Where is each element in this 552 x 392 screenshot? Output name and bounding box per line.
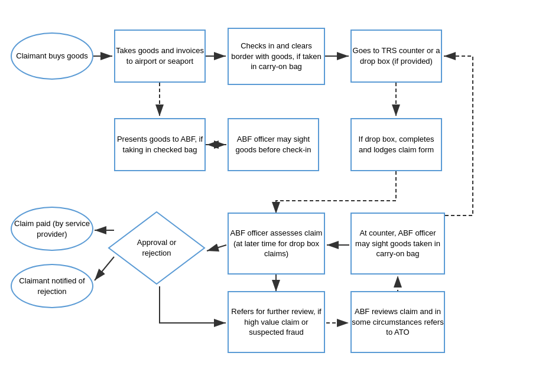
node-claimant-buys: Claimant buys goods [11, 32, 93, 80]
node-counter-abf: At counter, ABF officer may sight goods … [350, 213, 445, 275]
node-drop-box: If drop box, completes and lodges claim … [350, 118, 442, 171]
node-abf-assesses: ABF officer assesses claim (at later tim… [228, 213, 325, 275]
node-presents-goods: Presents goods to ABF, if taking in chec… [114, 118, 206, 171]
node-refers-further: Refers for further review, if high value… [228, 291, 325, 353]
node-abf-sight: ABF officer may sight goods before check… [228, 118, 319, 171]
node-abf-reviews: ABF reviews claim and in some circumstan… [350, 291, 445, 353]
node-claim-paid: Claim paid (by service provider) [11, 207, 93, 251]
flowchart: Claimant buys goods Takes goods and invo… [0, 0, 552, 392]
node-takes-goods: Takes goods and invoices to airport or s… [114, 30, 206, 83]
node-checks-border: Checks in and clears border with goods, … [228, 28, 325, 85]
node-trs-counter: Goes to TRS counter or a drop box (if pr… [350, 30, 442, 83]
node-approval: Approval or rejection [106, 210, 207, 286]
svg-line-6 [207, 245, 226, 251]
node-claimant-rejected: Claimant notified of rejection [11, 264, 93, 308]
